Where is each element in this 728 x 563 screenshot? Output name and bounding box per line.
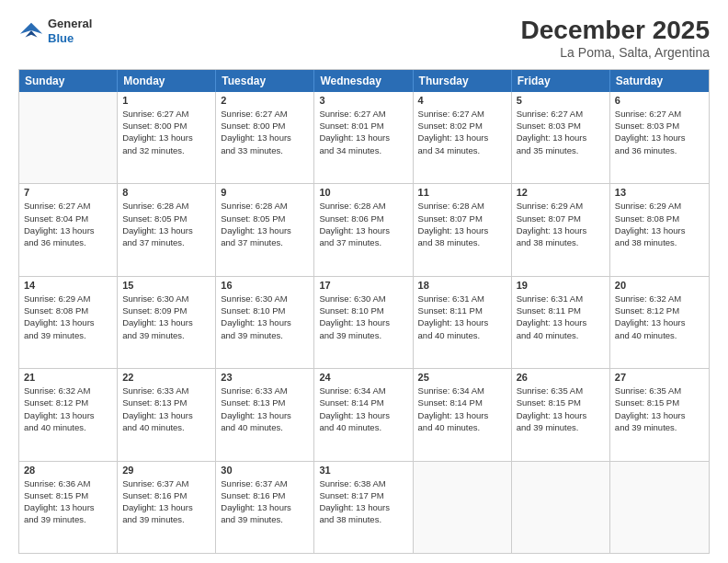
calendar-cell: 20Sunrise: 6:32 AM Sunset: 8:12 PM Dayli…: [610, 277, 709, 368]
day-number: 19: [517, 280, 605, 291]
calendar-cell: 24Sunrise: 6:34 AM Sunset: 8:14 PM Dayli…: [314, 369, 413, 460]
calendar-subtitle: La Poma, Salta, Argentina: [521, 45, 710, 60]
day-number: 21: [24, 372, 112, 383]
day-number: 16: [221, 280, 309, 291]
calendar-cell: 17Sunrise: 6:30 AM Sunset: 8:10 PM Dayli…: [314, 277, 413, 368]
calendar-cell: 4Sunrise: 6:27 AM Sunset: 8:02 PM Daylig…: [414, 92, 512, 183]
calendar-cell: 9Sunrise: 6:28 AM Sunset: 8:05 PM Daylig…: [216, 184, 314, 275]
calendar-cell: 22Sunrise: 6:33 AM Sunset: 8:13 PM Dayli…: [118, 369, 216, 460]
header-thursday: Thursday: [414, 70, 512, 92]
calendar-cell: [414, 462, 512, 553]
calendar-cell: 28Sunrise: 6:36 AM Sunset: 8:15 PM Dayli…: [19, 462, 118, 553]
day-number: 12: [517, 187, 605, 198]
day-info: Sunrise: 6:29 AM Sunset: 8:08 PM Dayligh…: [24, 293, 112, 341]
day-number: 18: [418, 280, 506, 291]
header: General Blue December 2025 La Poma, Salt…: [18, 17, 710, 60]
calendar-cell: 18Sunrise: 6:31 AM Sunset: 8:11 PM Dayli…: [414, 277, 512, 368]
calendar-week-2: 7Sunrise: 6:27 AM Sunset: 8:04 PM Daylig…: [19, 183, 709, 275]
day-number: 31: [319, 465, 407, 476]
day-info: Sunrise: 6:27 AM Sunset: 8:04 PM Dayligh…: [24, 200, 112, 248]
calendar-cell: 11Sunrise: 6:28 AM Sunset: 8:07 PM Dayli…: [414, 184, 512, 275]
day-info: Sunrise: 6:38 AM Sunset: 8:17 PM Dayligh…: [319, 477, 407, 526]
day-number: 15: [122, 280, 210, 291]
day-number: 6: [615, 95, 704, 106]
day-number: 10: [319, 187, 407, 198]
day-info: Sunrise: 6:28 AM Sunset: 8:07 PM Dayligh…: [418, 200, 506, 248]
day-number: 3: [319, 95, 407, 106]
day-number: 30: [221, 465, 309, 476]
day-info: Sunrise: 6:31 AM Sunset: 8:11 PM Dayligh…: [517, 293, 605, 341]
calendar-cell: 2Sunrise: 6:27 AM Sunset: 8:00 PM Daylig…: [216, 92, 314, 183]
day-number: 9: [221, 187, 309, 198]
header-tuesday: Tuesday: [216, 70, 314, 92]
page: General Blue December 2025 La Poma, Salt…: [0, 0, 728, 563]
calendar-cell: [512, 462, 610, 553]
calendar-week-4: 21Sunrise: 6:32 AM Sunset: 8:12 PM Dayli…: [19, 368, 709, 460]
logo: General Blue: [18, 17, 92, 45]
calendar-cell: 13Sunrise: 6:29 AM Sunset: 8:08 PM Dayli…: [610, 184, 709, 275]
calendar-cell: 21Sunrise: 6:32 AM Sunset: 8:12 PM Dayli…: [19, 369, 118, 460]
day-number: 25: [418, 372, 506, 383]
header-friday: Friday: [512, 70, 610, 92]
calendar-cell: 30Sunrise: 6:37 AM Sunset: 8:16 PM Dayli…: [216, 462, 314, 553]
day-info: Sunrise: 6:29 AM Sunset: 8:08 PM Dayligh…: [615, 200, 704, 248]
day-info: Sunrise: 6:35 AM Sunset: 8:15 PM Dayligh…: [517, 385, 605, 433]
header-sunday: Sunday: [19, 70, 118, 92]
calendar-cell: 1Sunrise: 6:27 AM Sunset: 8:00 PM Daylig…: [118, 92, 216, 183]
day-info: Sunrise: 6:37 AM Sunset: 8:16 PM Dayligh…: [122, 477, 210, 526]
day-info: Sunrise: 6:32 AM Sunset: 8:12 PM Dayligh…: [615, 293, 704, 341]
day-info: Sunrise: 6:27 AM Sunset: 8:00 PM Dayligh…: [221, 108, 309, 156]
day-info: Sunrise: 6:30 AM Sunset: 8:10 PM Dayligh…: [319, 293, 407, 341]
day-info: Sunrise: 6:27 AM Sunset: 8:03 PM Dayligh…: [517, 108, 605, 156]
day-number: 20: [615, 280, 704, 291]
day-info: Sunrise: 6:33 AM Sunset: 8:13 PM Dayligh…: [122, 385, 210, 433]
calendar-cell: 23Sunrise: 6:33 AM Sunset: 8:13 PM Dayli…: [216, 369, 314, 460]
day-info: Sunrise: 6:28 AM Sunset: 8:05 PM Dayligh…: [122, 200, 210, 248]
calendar-cell: 25Sunrise: 6:34 AM Sunset: 8:14 PM Dayli…: [414, 369, 512, 460]
day-number: 17: [319, 280, 407, 291]
day-info: Sunrise: 6:30 AM Sunset: 8:09 PM Dayligh…: [122, 293, 210, 341]
day-info: Sunrise: 6:36 AM Sunset: 8:15 PM Dayligh…: [24, 477, 112, 526]
day-number: 1: [122, 95, 210, 106]
day-info: Sunrise: 6:27 AM Sunset: 8:02 PM Dayligh…: [418, 108, 506, 156]
header-saturday: Saturday: [610, 70, 709, 92]
header-monday: Monday: [118, 70, 216, 92]
day-number: 7: [24, 187, 112, 198]
calendar-cell: [610, 462, 709, 553]
day-info: Sunrise: 6:27 AM Sunset: 8:03 PM Dayligh…: [615, 108, 704, 156]
day-number: 23: [221, 372, 309, 383]
calendar-cell: 7Sunrise: 6:27 AM Sunset: 8:04 PM Daylig…: [19, 184, 118, 275]
day-info: Sunrise: 6:35 AM Sunset: 8:15 PM Dayligh…: [615, 385, 704, 433]
day-info: Sunrise: 6:28 AM Sunset: 8:06 PM Dayligh…: [319, 200, 407, 248]
day-info: Sunrise: 6:30 AM Sunset: 8:10 PM Dayligh…: [221, 293, 309, 341]
day-number: 2: [221, 95, 309, 106]
calendar-cell: 10Sunrise: 6:28 AM Sunset: 8:06 PM Dayli…: [314, 184, 413, 275]
calendar-cell: 19Sunrise: 6:31 AM Sunset: 8:11 PM Dayli…: [512, 277, 610, 368]
day-info: Sunrise: 6:37 AM Sunset: 8:16 PM Dayligh…: [221, 477, 309, 526]
calendar-body: 1Sunrise: 6:27 AM Sunset: 8:00 PM Daylig…: [19, 92, 709, 553]
calendar-cell: [19, 92, 118, 183]
day-info: Sunrise: 6:33 AM Sunset: 8:13 PM Dayligh…: [221, 385, 309, 433]
day-number: 4: [418, 95, 506, 106]
calendar-week-3: 14Sunrise: 6:29 AM Sunset: 8:08 PM Dayli…: [19, 276, 709, 368]
calendar: Sunday Monday Tuesday Wednesday Thursday…: [18, 69, 710, 554]
calendar-cell: 5Sunrise: 6:27 AM Sunset: 8:03 PM Daylig…: [512, 92, 610, 183]
calendar-cell: 12Sunrise: 6:29 AM Sunset: 8:07 PM Dayli…: [512, 184, 610, 275]
day-number: 24: [319, 372, 407, 383]
calendar-title: December 2025: [521, 17, 710, 45]
day-number: 13: [615, 187, 704, 198]
day-number: 8: [122, 187, 210, 198]
calendar-cell: 14Sunrise: 6:29 AM Sunset: 8:08 PM Dayli…: [19, 277, 118, 368]
calendar-cell: 26Sunrise: 6:35 AM Sunset: 8:15 PM Dayli…: [512, 369, 610, 460]
day-info: Sunrise: 6:32 AM Sunset: 8:12 PM Dayligh…: [24, 385, 112, 433]
calendar-cell: 8Sunrise: 6:28 AM Sunset: 8:05 PM Daylig…: [118, 184, 216, 275]
calendar-cell: 6Sunrise: 6:27 AM Sunset: 8:03 PM Daylig…: [610, 92, 709, 183]
logo-blue: Blue: [48, 31, 92, 46]
calendar-cell: 31Sunrise: 6:38 AM Sunset: 8:17 PM Dayli…: [314, 462, 413, 553]
day-number: 28: [24, 465, 112, 476]
logo-icon: [18, 18, 44, 44]
calendar-cell: 15Sunrise: 6:30 AM Sunset: 8:09 PM Dayli…: [118, 277, 216, 368]
day-info: Sunrise: 6:34 AM Sunset: 8:14 PM Dayligh…: [319, 385, 407, 433]
day-number: 26: [517, 372, 605, 383]
day-number: 22: [122, 372, 210, 383]
